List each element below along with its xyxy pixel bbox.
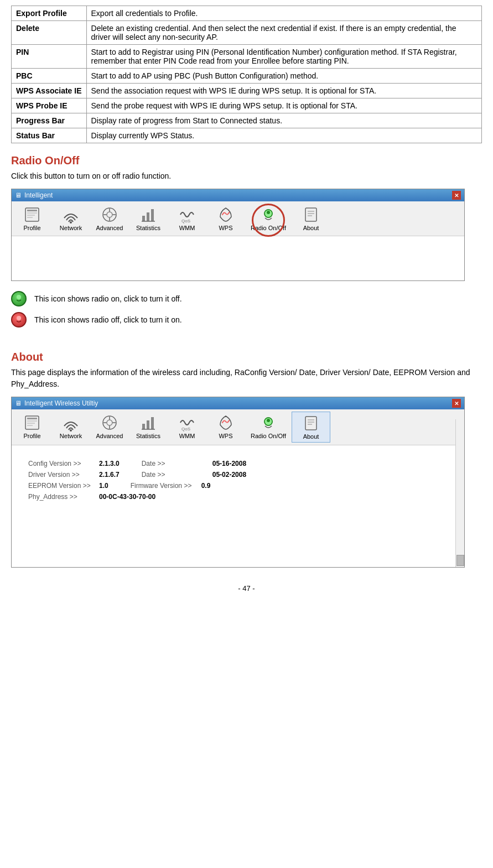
definition-cell: Start to add to AP using PBC (Push Butto…	[86, 69, 481, 84]
radio-off-text: This icon shows radio off, click to turn…	[34, 315, 182, 324]
radio-heading: Radio On/Off	[11, 154, 482, 167]
window-close-2[interactable]: ✕	[452, 399, 461, 408]
svg-rect-2	[27, 212, 37, 214]
radio-desc: Click this button to turn on or off radi…	[11, 170, 482, 182]
svg-point-25	[17, 316, 21, 320]
term-cell: WPS Associate IE	[12, 84, 87, 98]
driver-date-value: 05-02-2008	[212, 471, 246, 479]
toolbar-item-about[interactable]: About	[292, 204, 330, 233]
radio-on-text: This icon shows radio on, click to turn …	[34, 294, 182, 303]
config-date-label: Date >>	[142, 460, 208, 467]
radio-on-icon	[11, 291, 27, 306]
toolbar-item-radio[interactable]: Radio On/Off	[245, 412, 292, 443]
statistics-icon	[139, 414, 157, 432]
about-icon	[302, 414, 320, 432]
about-toolbar: Profile Network Advanced Statistics QoS …	[12, 409, 464, 445]
radio-off-row: This icon shows radio off, click to turn…	[11, 312, 482, 328]
about-driver-version: Driver Version >> 2.1.6.7	[28, 471, 120, 479]
page-number: - 47 -	[11, 584, 482, 592]
about-config-row: Config Version >> 2.1.3.0 Date >> 05-16-…	[28, 460, 448, 467]
window-title-1: Intelligent	[24, 191, 53, 199]
svg-rect-12	[142, 216, 145, 221]
toolbar-item-advanced[interactable]: Advanced	[90, 412, 129, 443]
radio-window: 🖥 Intelligent ✕ Profile Network Advanced	[11, 189, 465, 281]
toolbar-label-statistics: Statistics	[136, 225, 160, 231]
term-cell: WPS Probe IE	[12, 98, 87, 113]
svg-rect-39	[147, 420, 149, 429]
toolbar-item-profile[interactable]: Profile	[13, 412, 51, 443]
definition-cell: Delete an existing credential. And then …	[86, 21, 481, 45]
svg-rect-3	[27, 215, 35, 216]
table-row: DeleteDelete an existing credential. And…	[12, 21, 482, 45]
definition-cell: Send the probe request with WPS IE durin…	[86, 98, 481, 113]
toolbar-label-wmm: WMM	[179, 225, 195, 231]
wmm-icon: QoS	[178, 206, 196, 224]
term-cell: Status Bar	[12, 128, 87, 143]
about-window: 🖥 Intelligent Wireless Utiltiy ✕ Profile…	[11, 397, 465, 568]
window-titlebar-2: 🖥 Intelligent Wireless Utiltiy ✕	[12, 397, 464, 409]
definition-cell: Display rate of progress from Start to C…	[86, 113, 481, 128]
svg-rect-1	[27, 210, 37, 211]
about-heading: About	[11, 351, 482, 363]
toolbar-item-wmm[interactable]: QoS WMM	[168, 204, 206, 233]
term-cell: Export Profile	[12, 6, 87, 21]
toolbar-label-network: Network	[60, 433, 82, 439]
toolbar-item-network[interactable]: Network	[51, 204, 90, 233]
toolbar-item-network[interactable]: Network	[51, 412, 90, 443]
driver-date-label: Date >>	[142, 471, 208, 479]
svg-rect-40	[151, 417, 154, 429]
toolbar-label-wmm: WMM	[179, 433, 195, 439]
svg-rect-13	[147, 212, 149, 221]
toolbar-label-advanced: Advanced	[96, 225, 123, 231]
svg-point-45	[267, 419, 270, 422]
toolbar-item-wps[interactable]: WPS	[206, 204, 245, 233]
toolbar-label-about: About	[303, 433, 319, 440]
radio-window-content	[12, 236, 464, 280]
svg-point-31	[70, 429, 72, 432]
term-cell: PBC	[12, 69, 87, 84]
svg-point-5	[70, 221, 72, 224]
firmware-version-label: Firmware Version >>	[131, 482, 197, 490]
network-icon	[62, 206, 80, 224]
toolbar-label-wps: WPS	[219, 433, 232, 439]
toolbar-item-advanced[interactable]: Advanced	[90, 204, 129, 233]
toolbar-item-radio[interactable]: Radio On/Off	[245, 204, 292, 233]
toolbar-item-statistics[interactable]: Statistics	[129, 412, 168, 443]
phy-address-value: 00-0C-43-30-70-00	[99, 493, 155, 501]
definition-cell: Display currently WPS Status.	[86, 128, 481, 143]
toolbar-item-about[interactable]: About	[292, 412, 330, 443]
toolbar-item-profile[interactable]: Profile	[13, 204, 51, 233]
toolbar-label-network: Network	[60, 225, 82, 231]
profile-icon	[23, 414, 41, 432]
scrollbar-thumb[interactable]	[456, 555, 464, 566]
radio-toolbar: Profile Network Advanced Statistics QoS …	[12, 201, 464, 236]
profile-icon	[23, 206, 41, 224]
about-phy-row: Phy_Address >> 00-0C-43-30-70-00	[28, 493, 448, 501]
svg-rect-20	[305, 208, 316, 221]
about-firmware-version: Firmware Version >> 0.9	[131, 482, 211, 490]
radio-icon	[260, 414, 277, 432]
window-close-1[interactable]: ✕	[452, 191, 461, 200]
svg-rect-46	[305, 417, 316, 430]
svg-rect-4	[27, 217, 33, 218]
toolbar-item-wps[interactable]: WPS	[206, 412, 245, 443]
about-eeprom-row: EEPROM Version >> 1.0 Firmware Version >…	[28, 482, 448, 490]
svg-rect-38	[142, 424, 145, 429]
about-eeprom-version: EEPROM Version >> 1.0	[28, 482, 108, 490]
toolbar-item-statistics[interactable]: Statistics	[129, 204, 168, 233]
about-config-date: Date >> 05-16-2008	[142, 460, 246, 467]
radio-off-icon	[11, 312, 27, 328]
radio-on-row: This icon shows radio on, click to turn …	[11, 291, 482, 306]
window-icon-1: 🖥	[15, 191, 22, 199]
svg-rect-27	[27, 418, 37, 419]
toolbar-item-wmm[interactable]: QoS WMM	[168, 412, 206, 443]
svg-rect-29	[27, 423, 35, 424]
table-row: Progress BarDisplay rate of progress fro…	[12, 113, 482, 128]
svg-rect-14	[151, 209, 154, 221]
toolbar-label-radio: Radio On/Off	[251, 225, 286, 231]
table-row: Status BarDisplay currently WPS Status.	[12, 128, 482, 143]
svg-text:QoS: QoS	[181, 427, 190, 432]
scrollbar[interactable]	[455, 419, 464, 567]
about-window-content: Config Version >> 2.1.3.0 Date >> 05-16-…	[12, 445, 464, 567]
about-driver-row: Driver Version >> 2.1.6.7 Date >> 05-02-…	[28, 471, 448, 479]
